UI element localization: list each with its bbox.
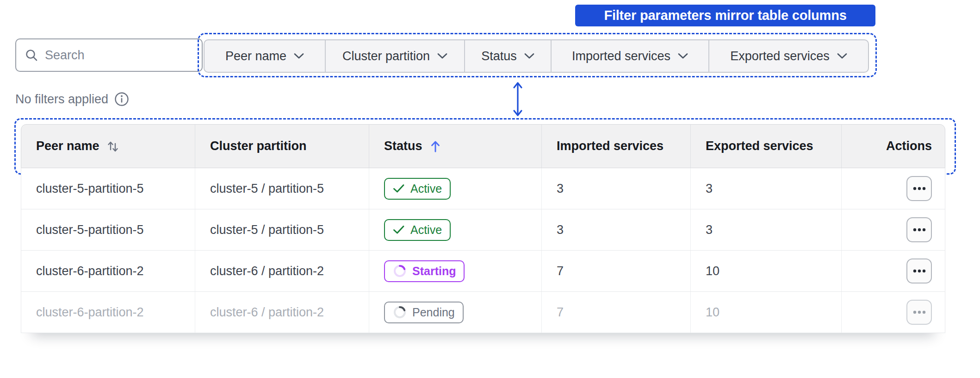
check-icon [393,225,405,234]
ellipsis-icon [913,228,926,232]
annotation-callout-label: Filter parameters mirror table columns [604,8,846,23]
sort-both-icon [107,140,119,153]
cell-exported-services: 10 [691,251,842,291]
chevron-down-icon [678,53,688,59]
filter-dropdown-peer-name[interactable]: Peer name [205,40,326,72]
ellipsis-icon [913,310,926,314]
filter-dropdown-status[interactable]: Status [465,40,552,72]
column-header-status[interactable]: Status [369,125,542,168]
cell-actions [842,251,945,291]
filter-label: Exported services [730,49,830,63]
ellipsis-icon [913,187,926,190]
cell-peer-name: cluster-6-partition-2 [21,251,195,291]
filter-bar: Peer name Cluster partition Status Impor… [204,39,869,73]
chevron-down-icon [524,53,534,59]
chevron-down-icon [837,53,847,59]
cell-imported-services: 3 [542,168,691,209]
cell-cluster-partition: cluster-5 / partition-5 [195,209,369,250]
filter-label: Peer name [225,49,286,63]
table-header-row: Peer name Cluster partition Status Impor… [21,124,945,168]
status-badge-starting: Starting [384,260,465,282]
cell-exported-services: 3 [691,209,842,250]
cell-status: Active [369,209,542,250]
ellipsis-icon [913,269,926,273]
filter-label: Cluster partition [342,49,430,63]
annotation-double-arrow [510,81,525,118]
filter-label: Imported services [572,49,670,63]
column-header-peer-name[interactable]: Peer name [21,125,195,168]
table-row: cluster-6-partition-2 cluster-6 / partit… [21,251,945,292]
spinner-icon [393,305,407,319]
filter-status-text: No filters applied [15,92,108,107]
table-row: cluster-5-partition-5 cluster-5 / partit… [21,209,945,251]
cell-actions [842,209,945,250]
table-row: cluster-5-partition-5 cluster-5 / partit… [21,168,945,209]
search-box [15,38,203,72]
cell-imported-services: 7 [542,292,691,333]
search-input[interactable] [45,48,193,63]
filter-label: Status [481,49,517,63]
spinner-icon [393,264,407,278]
column-header-imported-services[interactable]: Imported services [542,125,691,168]
filter-dropdown-exported-services[interactable]: Exported services [709,40,868,72]
column-header-exported-services[interactable]: Exported services [691,125,842,168]
row-actions-button[interactable] [906,258,932,284]
sort-ascending-icon [430,140,441,153]
cell-imported-services: 3 [542,209,691,250]
annotation-callout: Filter parameters mirror table columns [575,5,875,26]
status-badge-pending: Pending [384,302,464,323]
row-actions-button[interactable] [906,176,932,201]
cell-peer-name: cluster-5-partition-5 [21,168,195,209]
cell-peer-name: cluster-5-partition-5 [21,209,195,250]
status-badge-active: Active [384,219,451,241]
table-row: cluster-6-partition-2 cluster-6 / partit… [21,292,945,333]
column-header-cluster-partition[interactable]: Cluster partition [195,125,369,168]
search-icon [25,48,38,62]
filter-status-line: No filters applied [15,90,130,108]
row-actions-button[interactable] [906,217,932,242]
filter-dropdown-cluster-partition[interactable]: Cluster partition [326,40,465,72]
row-actions-button[interactable] [906,300,932,325]
cell-cluster-partition: cluster-6 / partition-2 [195,251,369,291]
info-icon[interactable] [114,91,130,107]
cell-peer-name: cluster-6-partition-2 [21,292,195,333]
peers-table: Peer name Cluster partition Status Impor… [21,124,945,333]
cell-exported-services: 10 [691,292,842,333]
cell-cluster-partition: cluster-6 / partition-2 [195,292,369,333]
status-badge-active: Active [384,178,451,200]
cell-status: Starting [369,251,542,291]
cell-actions [842,168,945,209]
chevron-down-icon [437,53,447,59]
cell-actions [842,292,945,333]
cell-exported-services: 3 [691,168,842,209]
cell-status: Active [369,168,542,209]
check-icon [393,184,405,193]
cell-cluster-partition: cluster-5 / partition-5 [195,168,369,209]
chevron-down-icon [294,53,304,59]
cell-imported-services: 7 [542,251,691,291]
cell-status: Pending [369,292,542,333]
column-header-actions: Actions [842,125,945,168]
filter-dropdown-imported-services[interactable]: Imported services [552,40,709,72]
